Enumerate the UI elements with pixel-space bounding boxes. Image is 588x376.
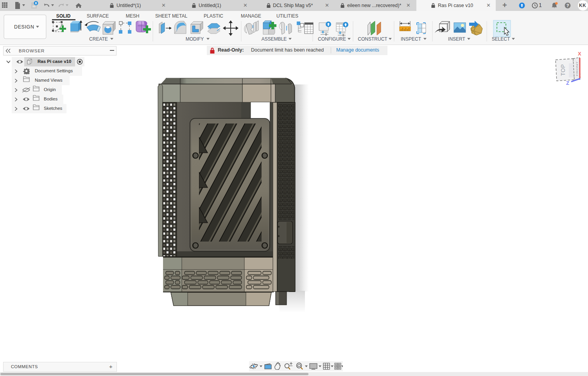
svg-text:SELECT: SELECT bbox=[492, 36, 510, 42]
svg-text:UTILITIES: UTILITIES bbox=[276, 13, 298, 19]
svg-text:FRONT: FRONT bbox=[576, 61, 578, 76]
svg-text:MANAGE: MANAGE bbox=[241, 13, 261, 19]
svg-text:?: ? bbox=[566, 3, 569, 8]
svg-text:TOP: TOP bbox=[560, 64, 566, 76]
svg-text:INSPECT: INSPECT bbox=[401, 36, 421, 42]
svg-text:CONSTRUCT: CONSTRUCT bbox=[358, 36, 387, 42]
svg-text:SHEET METAL: SHEET METAL bbox=[155, 13, 188, 19]
svg-text:MODIFY: MODIFY bbox=[186, 36, 204, 42]
svg-text:CREATE: CREATE bbox=[89, 36, 108, 42]
svg-text:DESIGN: DESIGN bbox=[14, 24, 34, 30]
svg-text:MESH: MESH bbox=[126, 13, 140, 19]
svg-text:ASSEMBLE: ASSEMBLE bbox=[262, 36, 287, 42]
svg-text:CONFIGURE: CONFIGURE bbox=[318, 36, 346, 42]
svg-text:Z: Z bbox=[566, 80, 569, 86]
svg-text:SOLID: SOLID bbox=[56, 13, 71, 19]
svg-text:X: X bbox=[578, 51, 581, 57]
svg-text:PLASTIC: PLASTIC bbox=[204, 13, 223, 19]
svg-text:INSERT: INSERT bbox=[448, 36, 465, 42]
svg-text:SURFACE: SURFACE bbox=[87, 13, 109, 19]
